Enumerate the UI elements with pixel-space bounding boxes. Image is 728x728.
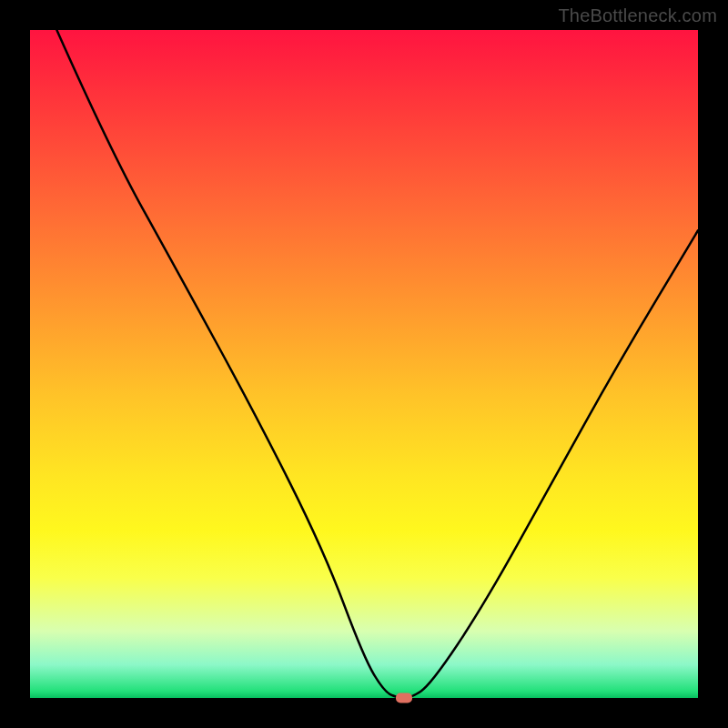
optimal-marker (396, 693, 412, 703)
chart-frame: TheBottleneck.com (0, 0, 728, 728)
watermark-text: TheBottleneck.com (558, 5, 717, 26)
plot-background (30, 30, 698, 698)
